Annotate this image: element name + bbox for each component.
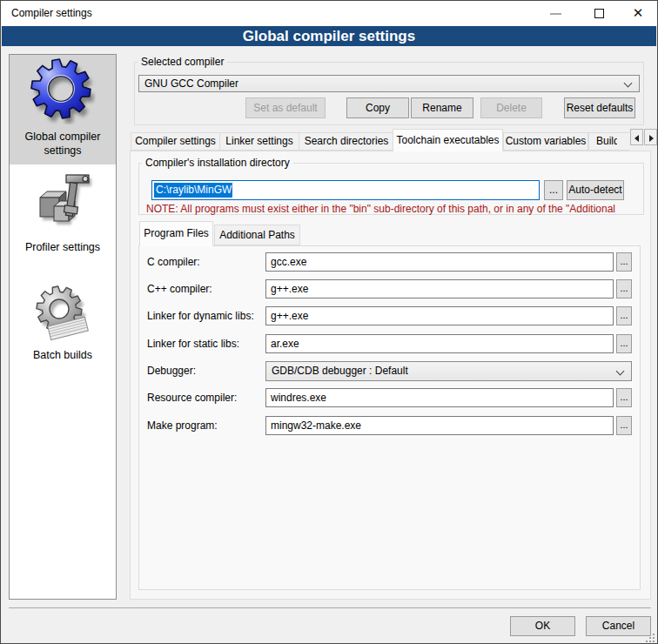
copy-button[interactable]: Copy <box>346 97 409 118</box>
cancel-button[interactable]: Cancel <box>586 616 651 636</box>
note-text: NOTE: All programs must exist either in … <box>146 203 615 215</box>
sidebar-item-profiler-settings[interactable]: Profiler settings <box>10 241 116 253</box>
compiler-select-value: GNU GCC Compiler <box>144 77 238 90</box>
close-button[interactable]: ✕ <box>625 1 651 26</box>
linker-dynamic-label: Linker for dynamic libs: <box>147 306 254 325</box>
installation-directory-input[interactable]: C:\raylib\MinGW <box>151 180 540 200</box>
linker-dynamic-input[interactable]: g++.exe <box>265 306 614 325</box>
toolchain-executables-page: Compiler's installation directory C:\ray… <box>130 151 651 600</box>
directory-value: C:\raylib\MinGW <box>154 183 232 198</box>
subtab-additional-paths[interactable]: Additional Paths <box>214 225 300 245</box>
delete-button[interactable]: Delete <box>480 97 542 118</box>
resource-compiler-input[interactable]: windres.exe <box>265 388 614 407</box>
tab-linker-settings[interactable]: Linker settings <box>219 132 299 151</box>
c-compiler-label: C compiler: <box>147 252 200 272</box>
cpp-compiler-label: C++ compiler: <box>147 279 212 299</box>
ok-button[interactable]: OK <box>510 616 575 636</box>
footer-divider <box>9 607 651 608</box>
tab-compiler-settings[interactable]: Compiler settings <box>131 132 220 151</box>
program-files-page: C compiler: gcc.exe ... C++ compiler: g+… <box>138 245 641 590</box>
sidebar-list: Global compiler settings Profiler settin… <box>9 54 117 600</box>
resource-compiler-label: Resource compiler: <box>147 388 237 407</box>
blue-gear-icon <box>30 58 96 124</box>
resize-grip[interactable] <box>646 634 656 644</box>
minimize-icon <box>550 13 561 15</box>
make-program-input[interactable]: mingw32-make.exe <box>265 416 614 435</box>
cpp-compiler-browse-button[interactable]: ... <box>616 279 632 299</box>
tab-scroll-right-button[interactable] <box>644 129 657 145</box>
selected-compiler-group: Selected compiler GNU GCC Compiler Set a… <box>134 62 644 125</box>
debugger-select[interactable]: GDB/CDB debugger : Default <box>265 361 632 381</box>
profiler-icon <box>31 168 94 231</box>
batch-builds-icon <box>31 283 94 345</box>
make-program-browse-button[interactable]: ... <box>616 416 632 435</box>
right-arrow-icon <box>649 135 654 142</box>
chevron-down-icon <box>616 367 625 376</box>
title-bar: Compiler settings ✕ <box>1 1 657 26</box>
linker-static-input[interactable]: ar.exe <box>265 334 614 353</box>
set-as-default-button[interactable]: Set as default <box>245 97 326 118</box>
minimize-button[interactable] <box>542 1 568 26</box>
maximize-icon <box>594 9 604 18</box>
maximize-button[interactable] <box>586 1 612 26</box>
c-compiler-browse-button[interactable]: ... <box>616 252 632 272</box>
compiler-select[interactable]: GNU GCC Compiler <box>138 75 640 92</box>
close-icon: ✕ <box>633 5 644 21</box>
installation-directory-label: Compiler's installation directory <box>142 157 293 169</box>
reset-defaults-button[interactable]: Reset defaults <box>564 97 635 118</box>
tab-scroll-left-button[interactable] <box>630 129 643 145</box>
selected-compiler-label: Selected compiler <box>138 56 227 68</box>
auto-detect-button[interactable]: Auto-detect <box>567 180 624 200</box>
linker-dynamic-browse-button[interactable]: ... <box>616 306 632 325</box>
sidebar-item-label: Global compiler settings <box>10 130 116 158</box>
left-arrow-icon <box>634 135 639 142</box>
linker-static-label: Linker for static libs: <box>147 334 239 353</box>
cpp-compiler-input[interactable]: g++.exe <box>265 279 614 299</box>
subtab-program-files[interactable]: Program Files <box>139 221 213 246</box>
debugger-label: Debugger: <box>147 361 196 380</box>
c-compiler-input[interactable]: gcc.exe <box>265 252 614 272</box>
debugger-select-value: GDB/CDB debugger : Default <box>272 365 408 377</box>
sidebar-item-batch-builds[interactable]: Batch builds <box>10 349 116 361</box>
linker-static-browse-button[interactable]: ... <box>616 334 632 353</box>
tab-build-options[interactable]: Build options <box>588 132 629 151</box>
resource-compiler-browse-button[interactable]: ... <box>616 388 632 407</box>
compiler-settings-dialog: Compiler settings ✕ Global compiler sett… <box>0 0 658 644</box>
tab-toolchain-executables[interactable]: Toolchain executables <box>393 129 503 151</box>
tab-custom-variables[interactable]: Custom variables <box>503 132 588 151</box>
rename-button[interactable]: Rename <box>411 97 473 118</box>
directory-browse-button[interactable]: ... <box>544 180 563 200</box>
dialog-header: Global compiler settings <box>2 26 656 46</box>
tab-build-options-label: Build options <box>596 133 617 150</box>
make-program-label: Make program: <box>147 416 218 435</box>
tab-search-directories[interactable]: Search directories <box>299 132 394 151</box>
chevron-down-icon <box>624 79 633 88</box>
window-title: Compiler settings <box>11 1 92 26</box>
